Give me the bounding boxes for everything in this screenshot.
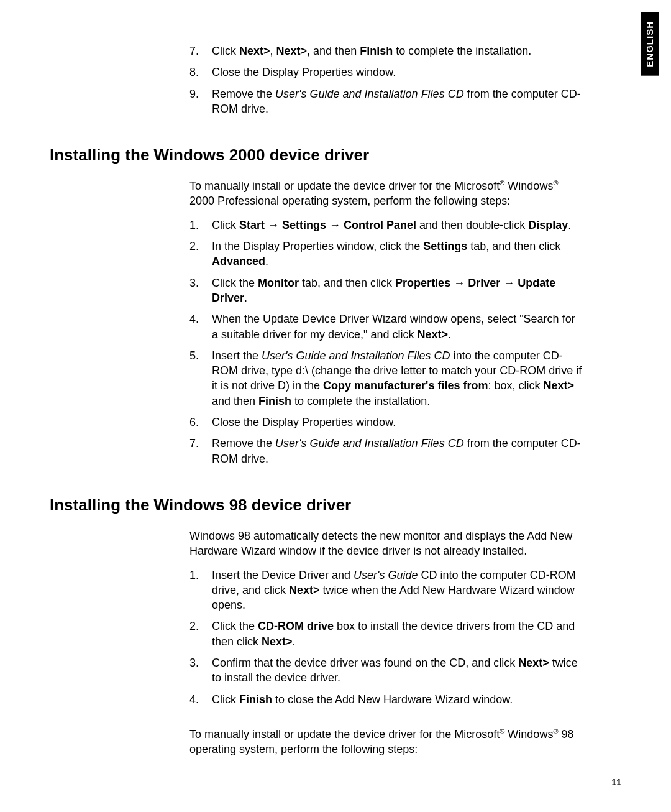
list-item-text: Confirm that the device driver was found… (212, 655, 584, 686)
list-item: 2.In the Display Properties window, clic… (189, 239, 584, 269)
section-divider (50, 134, 621, 134)
list-item-number: 7. (189, 44, 212, 58)
list-item-text: Remove the User's Guide and Installation… (212, 436, 584, 466)
section1-intro-paragraph: To manually install or update the device… (189, 178, 584, 209)
section-heading-win98: Installing the Windows 98 device driver (50, 496, 621, 515)
section-heading-win2000: Installing the Windows 2000 device drive… (50, 145, 621, 165)
list-item-number: 4. (189, 692, 212, 707)
list-item: 7.Remove the User's Guide and Installati… (189, 436, 584, 466)
list-item: 3.Confirm that the device driver was fou… (189, 655, 584, 686)
list-item-number: 3. (189, 275, 212, 306)
list-item-number: 8. (189, 65, 212, 80)
section2-body: Windows 98 automatically detects the new… (189, 528, 584, 757)
list-item-text: Click the Monitor tab, and then click Pr… (212, 275, 584, 306)
list-item-number: 2. (189, 619, 212, 649)
ordered-list-top: 7.Click Next>, Next>, and then Finish to… (189, 44, 584, 116)
list-item-text: Click Start → Settings → Control Panel a… (212, 218, 584, 233)
list-item: 2.Click the CD-ROM drive box to install … (189, 619, 584, 649)
list-item-text: Close the Display Properties window. (212, 415, 584, 430)
list-item-number: 1. (189, 568, 212, 613)
list-item: 1.Click Start → Settings → Control Panel… (189, 218, 584, 233)
list-item-text: When the Update Device Driver Wizard win… (212, 311, 584, 342)
list-item-text: Click the CD-ROM drive box to install th… (212, 619, 584, 649)
list-item-number: 3. (189, 655, 212, 686)
list-item-text: Click Finish to close the Add New Hardwa… (212, 692, 584, 707)
list-item-text: Insert the Device Driver and User's Guid… (212, 568, 584, 613)
list-item-number: 9. (189, 86, 212, 117)
list-item: 4.Click Finish to close the Add New Hard… (189, 692, 584, 707)
section-divider (50, 484, 621, 484)
list-item: 4.When the Update Device Driver Wizard w… (189, 311, 584, 342)
list-item-number: 5. (189, 348, 212, 408)
section2-intro-paragraph: Windows 98 automatically detects the new… (189, 528, 584, 559)
ordered-list-section2: 1.Insert the Device Driver and User's Gu… (189, 568, 584, 707)
page-number: 11 (611, 777, 621, 787)
section1-body: To manually install or update the device… (189, 178, 584, 466)
list-item-text: In the Display Properties window, click … (212, 239, 584, 269)
list-item-number: 6. (189, 415, 212, 430)
list-item: 9.Remove the User's Guide and Installati… (189, 86, 584, 117)
continuation-list-block: 7.Click Next>, Next>, and then Finish to… (189, 44, 584, 116)
list-item: 5.Insert the User's Guide and Installati… (189, 348, 584, 408)
list-item-number: 1. (189, 218, 212, 233)
list-item-text: Insert the User's Guide and Installation… (212, 348, 584, 408)
language-tab: ENGLISH (641, 12, 659, 76)
list-item-number: 7. (189, 436, 212, 466)
list-item-number: 2. (189, 239, 212, 269)
list-item-text: Close the Display Properties window. (212, 65, 584, 80)
list-item: 1.Insert the Device Driver and User's Gu… (189, 568, 584, 613)
list-item: 6.Close the Display Properties window. (189, 415, 584, 430)
section2-outro-paragraph: To manually install or update the device… (189, 727, 584, 757)
list-item-text: Remove the User's Guide and Installation… (212, 86, 584, 117)
list-item: 3.Click the Monitor tab, and then click … (189, 275, 584, 306)
list-item: 7.Click Next>, Next>, and then Finish to… (189, 44, 584, 58)
list-item-number: 4. (189, 311, 212, 342)
list-item-text: Click Next>, Next>, and then Finish to c… (212, 44, 584, 58)
document-page: ENGLISH 7.Click Next>, Next>, and then F… (0, 0, 671, 812)
ordered-list-section1: 1.Click Start → Settings → Control Panel… (189, 218, 584, 466)
list-item: 8.Close the Display Properties window. (189, 65, 584, 80)
